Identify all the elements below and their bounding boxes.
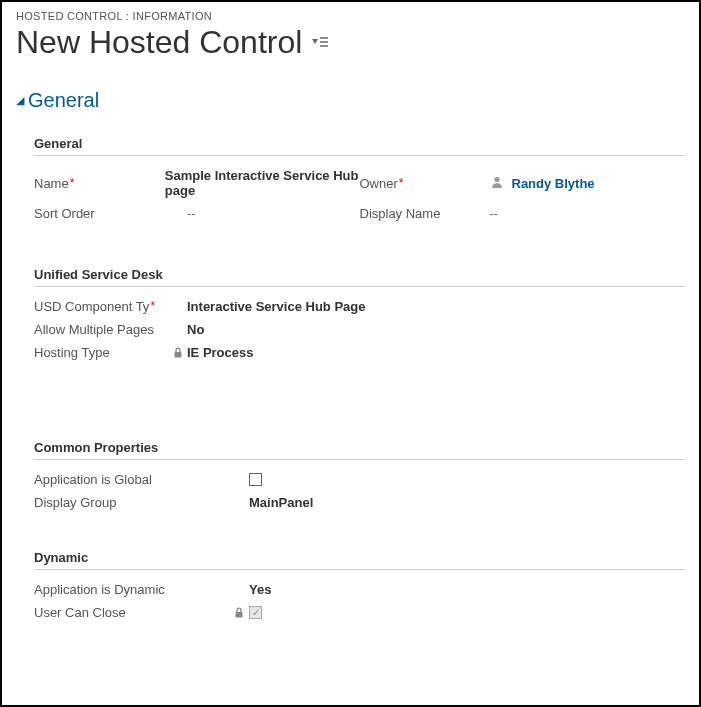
- checkbox-app-global[interactable]: [249, 473, 262, 486]
- label-app-global: Application is Global: [34, 472, 249, 487]
- group-general: General Name* Sample Interactive Service…: [34, 136, 685, 221]
- label-owner: Owner*: [360, 176, 490, 191]
- label-allow-multiple: Allow Multiple Pages: [34, 322, 169, 337]
- label-display-group: Display Group: [34, 495, 249, 510]
- lock-icon: [229, 607, 249, 618]
- group-common: Common Properties Application is Global …: [34, 440, 685, 510]
- group-title-common: Common Properties: [34, 440, 685, 460]
- section-general-header[interactable]: ◢ General: [16, 89, 685, 112]
- label-name: Name*: [34, 176, 149, 191]
- label-app-dynamic: Application is Dynamic: [34, 582, 249, 597]
- checkbox-user-can-close: ✓: [249, 606, 262, 619]
- value-component-type[interactable]: Interactive Service Hub Page: [187, 299, 365, 314]
- required-asterisk: *: [70, 176, 75, 190]
- svg-rect-5: [175, 352, 182, 358]
- value-name[interactable]: Sample Interactive Service Hub page: [165, 168, 360, 198]
- value-allow-multiple[interactable]: No: [187, 322, 204, 337]
- value-display-group[interactable]: MainPanel: [249, 495, 313, 510]
- svg-marker-0: [312, 39, 318, 44]
- label-user-can-close: User Can Close: [34, 605, 229, 620]
- section-title: General: [28, 89, 99, 112]
- label-display-name: Display Name: [360, 206, 490, 221]
- label-sort-order: Sort Order: [34, 206, 169, 221]
- value-app-dynamic[interactable]: Yes: [249, 582, 271, 597]
- value-owner[interactable]: Randy Blythe: [512, 176, 595, 191]
- group-usd: Unified Service Desk USD Component Ty* I…: [34, 267, 685, 360]
- svg-point-4: [494, 176, 499, 181]
- svg-rect-6: [236, 612, 243, 618]
- required-asterisk: *: [150, 299, 155, 313]
- group-dynamic: Dynamic Application is Dynamic Yes User …: [34, 550, 685, 620]
- group-title-dynamic: Dynamic: [34, 550, 685, 570]
- required-asterisk: *: [399, 176, 404, 190]
- person-icon: [490, 175, 504, 192]
- value-hosting-type: IE Process: [187, 345, 254, 360]
- title-row: New Hosted Control: [16, 24, 685, 61]
- value-sort-order[interactable]: --: [187, 206, 196, 221]
- lock-icon: [169, 347, 187, 358]
- group-title-general: General: [34, 136, 685, 156]
- group-title-usd: Unified Service Desk: [34, 267, 685, 287]
- form-selector-icon[interactable]: [312, 36, 328, 50]
- label-component-type: USD Component Ty*: [34, 299, 169, 314]
- label-hosting-type: Hosting Type: [34, 345, 169, 360]
- value-display-name[interactable]: --: [490, 206, 499, 221]
- chevron-down-icon: ◢: [16, 94, 24, 107]
- breadcrumb: HOSTED CONTROL : INFORMATION: [16, 10, 685, 22]
- page-title: New Hosted Control: [16, 24, 302, 61]
